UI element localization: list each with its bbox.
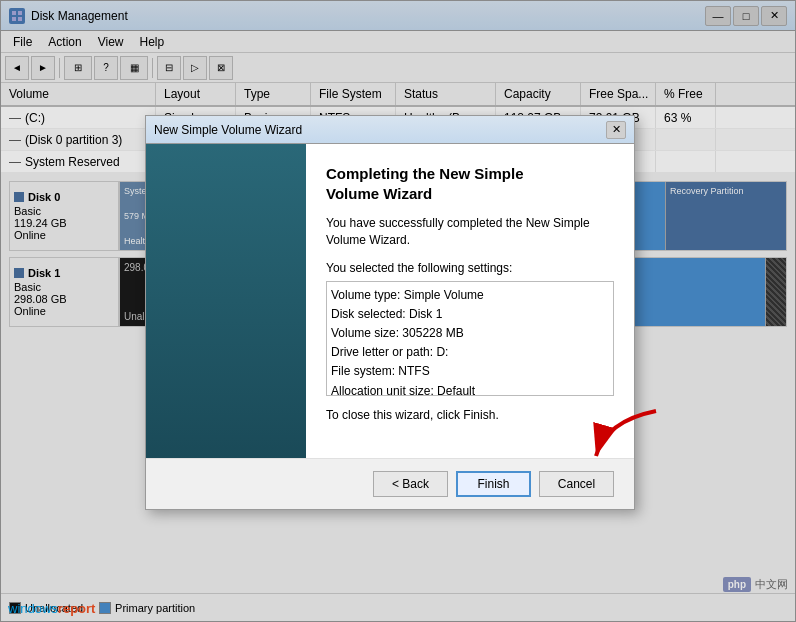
wizard-heading: Completing the New SimpleVolume Wizard: [326, 164, 614, 203]
wizard-title: New Simple Volume Wizard: [154, 123, 606, 137]
wizard-close-button[interactable]: ✕: [606, 121, 626, 139]
settings-content: Volume type: Simple Volume Disk selected…: [331, 286, 609, 396]
cancel-button[interactable]: Cancel: [539, 471, 614, 497]
arrow-annotation: [576, 401, 666, 474]
wizard-dialog: New Simple Volume Wizard ✕ Completing th…: [145, 115, 635, 510]
arrow-icon: [576, 401, 666, 471]
back-button[interactable]: < Back: [373, 471, 448, 497]
wizard-title-bar: New Simple Volume Wizard ✕: [146, 116, 634, 144]
wizard-left-panel: [146, 144, 306, 458]
wizard-settings-label: You selected the following settings:: [326, 261, 614, 275]
wizard-body: Completing the New SimpleVolume Wizard Y…: [146, 144, 634, 458]
finish-instruction: To close this wizard, click Finish.: [326, 408, 614, 422]
wizard-button-bar: < Back Finish Cancel: [146, 458, 634, 509]
finish-button[interactable]: Finish: [456, 471, 531, 497]
wizard-intro: You have successfully completed the New …: [326, 215, 614, 249]
settings-scrollbox[interactable]: Volume type: Simple Volume Disk selected…: [326, 281, 614, 396]
